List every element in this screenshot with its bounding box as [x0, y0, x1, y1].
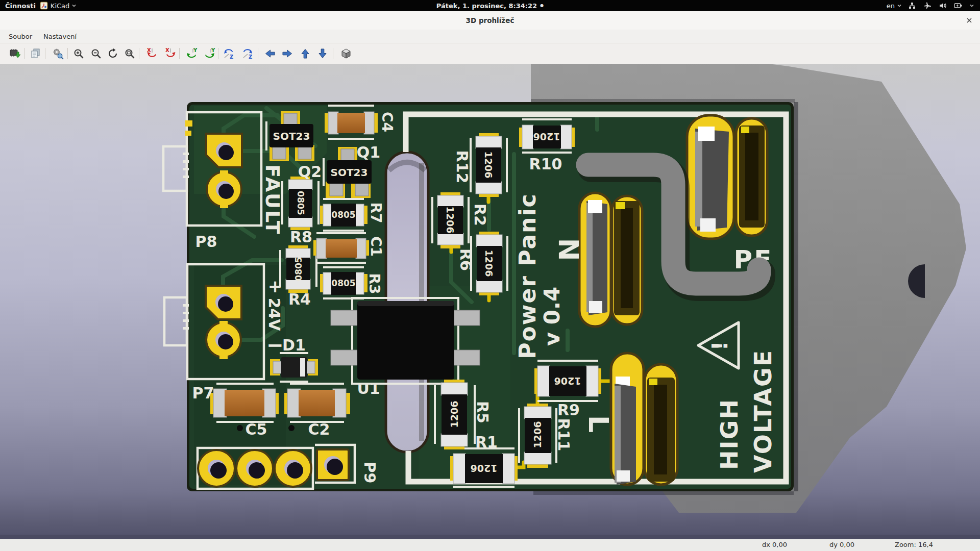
- chevron-down-icon: [970, 4, 974, 7]
- language-label: en: [887, 2, 895, 10]
- axis-letter-z: Z: [249, 54, 252, 60]
- ortho-cube-icon: [340, 47, 352, 60]
- silk-terminal-n: N: [552, 238, 584, 261]
- arrow-right-icon: [281, 47, 293, 60]
- rotate-z-pos-icon: Z: [241, 47, 254, 60]
- app-menu[interactable]: KiCad: [40, 0, 76, 11]
- zoom-out-button[interactable]: [88, 46, 104, 61]
- silk-label-r10: R10: [529, 155, 562, 173]
- zoom-in-icon: [72, 47, 85, 60]
- notification-dot: ●: [540, 0, 544, 11]
- rotate-z-neg-button[interactable]: Z: [221, 46, 236, 61]
- pkg-sot23-q1: SOT23: [331, 166, 368, 179]
- keyboard-layout-button[interactable]: en: [887, 0, 901, 11]
- pkg-1206-r1: 1206: [471, 463, 498, 474]
- arrow-down-icon: [316, 47, 329, 60]
- component-d1: [270, 357, 318, 378]
- gnome-top-bar: Činnosti KiCad Pátek, 1. prosinec, 8:34:…: [0, 0, 980, 11]
- rotate-y-neg-icon: Y: [186, 47, 198, 60]
- close-button[interactable]: [965, 16, 974, 25]
- zoom-in-button[interactable]: [71, 46, 86, 61]
- menu-bar: Soubor Nastavení: [0, 30, 980, 43]
- chevron-down-icon: [897, 4, 901, 7]
- terminal-l: [611, 353, 677, 485]
- silk-label-fault: FAULT: [261, 164, 284, 236]
- move-up-button[interactable]: [298, 46, 313, 61]
- 3d-viewport[interactable]: FAULT P8 P7 P9 Q2 Q1 C4 R8 R4 R7 C1 R3 +…: [0, 64, 980, 539]
- pkg-1206-r11: 1206: [532, 421, 543, 448]
- pkg-sot23-q2: SOT23: [273, 130, 310, 142]
- silk-label-c1: C1: [368, 236, 384, 257]
- zoom-out-icon: [90, 47, 102, 60]
- volume-icon: [939, 2, 947, 10]
- airplane-mode-icon: [923, 2, 932, 10]
- menu-file[interactable]: Soubor: [4, 31, 37, 42]
- silk-label-r3: R3: [366, 273, 383, 294]
- status-dy: dy 0,00: [829, 539, 854, 550]
- pkg-1206-r12: 1206: [483, 152, 494, 179]
- silk-voltage-mark: 24V: [265, 298, 283, 332]
- toolbar: X X Y Y: [0, 43, 980, 64]
- copy-icon: [30, 47, 42, 60]
- window-title: 3D prohlížeč: [0, 11, 980, 30]
- rotate-z-pos-button[interactable]: Z: [240, 46, 255, 61]
- board-shadow-bottom: [533, 491, 794, 495]
- axis-letter-z: Z: [230, 54, 233, 60]
- pkg-1206-r6: 1206: [483, 250, 495, 277]
- pkg-0805-r8: 0805: [296, 191, 306, 215]
- gear-icon: [52, 47, 64, 60]
- move-left-button[interactable]: [262, 46, 278, 61]
- pkg-1206-r10: 1206: [533, 131, 560, 142]
- status-zoom: Zoom: 16,4: [895, 539, 933, 550]
- silk-label-q1: Q1: [357, 143, 380, 161]
- move-down-button[interactable]: [315, 46, 330, 61]
- silk-label-c5: C5: [246, 420, 267, 438]
- rotate-y-pos-button[interactable]: Y: [202, 46, 217, 61]
- arrow-up-icon: [299, 47, 311, 60]
- silk-label-r7: R7: [368, 202, 384, 223]
- battery-charging-icon: [954, 2, 963, 10]
- component-c1: [313, 238, 369, 259]
- silk-high-voltage-1: HIGH: [716, 398, 743, 470]
- warning-exclamation: !: [707, 341, 732, 350]
- axis-letter-y: Y: [193, 47, 198, 53]
- silk-minus-mark: −: [266, 333, 284, 357]
- silk-terminal-l: L: [582, 415, 615, 433]
- reload-board-button[interactable]: [7, 46, 22, 61]
- silk-label-p8: P8: [195, 233, 217, 251]
- rotate-y-neg-button[interactable]: Y: [184, 46, 200, 61]
- silk-label-r8: R8: [290, 228, 312, 246]
- rotate-z-neg-icon: Z: [223, 47, 235, 60]
- kicad-3d-viewer-screen: Činnosti KiCad Pátek, 1. prosinec, 8:34:…: [0, 0, 980, 551]
- window-title-bar: 3D prohlížeč: [0, 11, 980, 30]
- pkg-0805-r4: 0805: [293, 257, 304, 281]
- rotate-x-pos-button[interactable]: X: [163, 46, 178, 61]
- clock-button[interactable]: Pátek, 1. prosinec, 8:34:22 ●: [436, 0, 544, 11]
- render-options-button[interactable]: [50, 46, 65, 61]
- network-wired-icon: [908, 2, 916, 10]
- board-shadow-right: [794, 102, 798, 491]
- silk-plus-mark: +: [268, 276, 283, 296]
- copy-image-button[interactable]: [28, 46, 43, 61]
- silk-label-q2: Q2: [298, 163, 322, 181]
- redraw-button[interactable]: [105, 46, 120, 61]
- component-c4: [325, 112, 378, 134]
- silk-label-r12: R12: [453, 151, 471, 184]
- pkg-0805-r3: 0805: [331, 278, 355, 288]
- ortho-view-button[interactable]: [338, 46, 354, 61]
- silk-high-voltage-2: VOLTAGE: [749, 349, 777, 473]
- app-menu-label: KiCad: [51, 2, 69, 10]
- silk-label-r2: R2: [471, 204, 489, 226]
- silk-label-r5: R5: [474, 401, 492, 423]
- rotate-x-neg-button[interactable]: X: [144, 46, 160, 61]
- system-tray[interactable]: [908, 0, 974, 11]
- activities-button[interactable]: Činnosti: [5, 0, 36, 11]
- menu-preferences[interactable]: Nastavení: [39, 31, 81, 42]
- zoom-fit-button[interactable]: [122, 46, 137, 61]
- axis-letter-y: Y: [211, 47, 215, 53]
- silk-label-p7: P7: [192, 384, 214, 402]
- move-right-button[interactable]: [280, 46, 295, 61]
- silk-label-r6: R6: [457, 248, 475, 271]
- terminal-n: [579, 193, 642, 327]
- silk-label-r9: R9: [557, 401, 580, 419]
